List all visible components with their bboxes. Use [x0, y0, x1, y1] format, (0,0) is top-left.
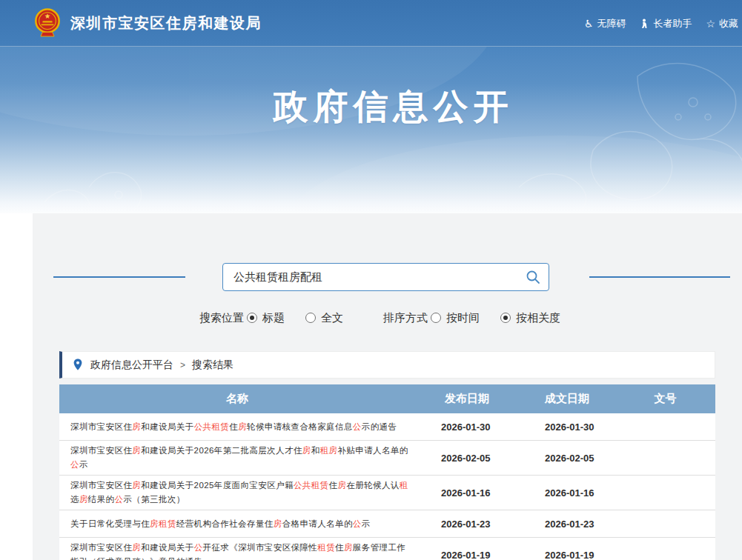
highlighted-keyword: 公 [353, 422, 362, 431]
top-link-label: 长者助手 [653, 17, 692, 30]
highlighted-keyword: 房 [132, 543, 141, 552]
result-title-link[interactable]: 深圳市宝安区住房和建设局关于2025年度面向宝安区户籍公共租赁住房在册轮候人认租… [70, 481, 408, 504]
result-title-link[interactable]: 深圳市宝安区住房和建设局关于公开征求《深圳市宝安区保障性租赁住房服务管理工作指引… [70, 543, 405, 560]
table-row: 关于日常化受理与住房租赁经营机构合作社会存量住房合格申请人名单的公示2026-0… [59, 510, 715, 538]
title-text: 补贴申请人名单的 [337, 446, 408, 455]
accessibility-icon: ♿ [584, 19, 594, 29]
highlighted-keyword: 公共租赁 [294, 481, 329, 490]
page-title: 政府信息公开 [44, 84, 742, 130]
written-date: 2026-01-23 [519, 519, 615, 530]
national-emblem-logo: ★ [33, 7, 62, 39]
left-accent-line [53, 276, 185, 278]
title-text: 示 [362, 519, 371, 528]
title-text: 住 [229, 422, 238, 431]
column-header-doc-number: 文号 [615, 392, 715, 406]
sort-mode-choice: 按相关度 [499, 311, 560, 325]
sort-mode-radio[interactable] [431, 313, 441, 323]
top-bar: ★ 深圳市宝安区住房和建设局 ♿无障碍长者助手☆收藏 [0, 0, 742, 47]
result-title-cell: 关于日常化受理与住房租赁经营机构合作社会存量住房合格申请人名单的公示 [59, 514, 415, 534]
top-link-accessibility[interactable]: ♿无障碍 [584, 17, 626, 30]
result-title-link[interactable]: 深圳市宝安区住房和建设局关于公共租赁住房轮候申请核查合格家庭信息公示的通告 [70, 422, 397, 431]
highlighted-keyword: 房 [132, 422, 141, 431]
sort-mode-radio[interactable] [500, 313, 511, 323]
result-title-link[interactable]: 深圳市宝安区住房和建设局关于2026年第二批高层次人才住房和租房补贴申请人名单的… [70, 446, 408, 469]
highlighted-keyword: 公 [353, 519, 362, 528]
title-text: 深圳市宝安区住 [70, 422, 132, 431]
title-text: 示（第三批次） [123, 495, 185, 504]
agency-title: 深圳市宝安区住房和建设局 [70, 13, 262, 33]
top-link-elder-helper[interactable]: 长者助手 [640, 17, 692, 30]
title-text: 轮候申请核查合格家庭信息 [247, 422, 353, 431]
publish-date: 2026-01-19 [415, 550, 519, 560]
highlighted-keyword: 房 [132, 446, 141, 455]
sort-mode-label: 排序方式 [383, 311, 428, 325]
title-text: 示的通告 [362, 422, 397, 431]
breadcrumb-current: 搜索结果 [192, 359, 233, 372]
search-position-choice: 全文 [304, 311, 343, 325]
svg-text:★: ★ [44, 12, 51, 20]
table-body: 深圳市宝安区住房和建设局关于公共租赁住房轮候申请核查合格家庭信息公示的通告202… [59, 413, 715, 560]
title-text: 深圳市宝安区住 [70, 481, 132, 490]
highlighted-keyword: 公 [70, 460, 79, 469]
highlighted-keyword: 房 [79, 495, 88, 504]
search-button[interactable] [517, 264, 549, 290]
table-row: 深圳市宝安区住房和建设局关于2025年度面向宝安区户籍公共租赁住房在册轮候人认租… [59, 476, 715, 510]
title-text: 关于日常化受理与住 [70, 519, 150, 528]
hero-banner: 政府信息公开 [0, 47, 742, 213]
highlighted-keyword: 房租赁 [150, 519, 176, 528]
highlighted-keyword: 房 [344, 543, 353, 552]
search-options-row: 搜索位置标题全文排序方式按时间按相关度 [18, 309, 742, 327]
result-title-cell: 深圳市宝安区住房和建设局关于2025年度面向宝安区户籍公共租赁住房在册轮候人认租… [59, 476, 415, 510]
breadcrumb-root-link[interactable]: 政府信息公开平台 [90, 359, 173, 372]
table-row: 深圳市宝安区住房和建设局关于公共租赁住房轮候申请核查合格家庭信息公示的通告202… [59, 413, 715, 441]
title-text: 合格申请人名单的 [282, 519, 353, 528]
result-title-cell: 深圳市宝安区住房和建设局关于2026年第二批高层次人才住房和租房补贴申请人名单的… [59, 441, 415, 475]
sort-mode-choice: 按时间 [429, 311, 480, 325]
highlighted-keyword: 租房 [320, 446, 338, 455]
search-position-radio[interactable] [305, 313, 316, 323]
title-text: 选 [70, 495, 79, 504]
search-position-choice-label: 标题 [262, 311, 285, 325]
title-text: 深圳市宝安区住 [70, 446, 132, 455]
publish-date: 2026-01-16 [415, 487, 519, 499]
breadcrumb-separator: > [180, 360, 185, 370]
top-links: ♿无障碍长者助手☆收藏 [584, 0, 738, 47]
search-position-radio[interactable] [247, 313, 257, 323]
title-text: 和建设局关于 [141, 422, 193, 431]
column-header-publish-date: 发布日期 [415, 392, 519, 406]
highlighted-keyword: 公 [115, 495, 124, 504]
sort-mode-choice-label: 按相关度 [516, 311, 560, 325]
title-text: 住 [335, 543, 344, 552]
right-accent-line [589, 276, 730, 278]
publish-date: 2026-01-23 [415, 519, 519, 530]
title-text: 住 [329, 481, 338, 490]
highlighted-keyword: 公 [194, 543, 203, 552]
star-icon: ☆ [706, 19, 715, 29]
search-input[interactable] [223, 264, 517, 290]
table-row: 深圳市宝安区住房和建设局关于2026年第二批高层次人才住房和租房补贴申请人名单的… [59, 441, 715, 476]
written-date: 2026-02-05 [519, 453, 615, 464]
highlighted-keyword: 房 [238, 422, 247, 431]
top-link-label: 收藏 [719, 17, 738, 30]
column-header-written-date: 成文日期 [519, 392, 615, 406]
title-text: 开征求《深圳市宝安区保障性 [203, 543, 318, 552]
magnifier-icon [526, 270, 540, 284]
sort-mode-choice-label: 按时间 [446, 311, 480, 325]
top-link-label: 无障碍 [597, 17, 626, 30]
result-title-cell: 深圳市宝安区住房和建设局关于公开征求《深圳市宝安区保障性租赁住房服务管理工作指引… [59, 538, 415, 560]
result-title-link[interactable]: 关于日常化受理与住房租赁经营机构合作社会存量住房合格申请人名单的公示 [70, 519, 371, 528]
page: 政府信息公开 ★ 深圳市宝安区住房和建设局 ♿无障碍长者助手☆收藏 搜索位置标题… [0, 0, 742, 560]
written-date: 2026-01-19 [519, 550, 615, 560]
table-header-row: 名称 发布日期 成文日期 文号 [59, 384, 715, 413]
title-text: 深圳市宝安区住 [70, 543, 132, 552]
highlighted-keyword: 租 [400, 481, 408, 490]
highlighted-keyword: 公共租赁 [194, 422, 230, 431]
highlighted-keyword: 房 [302, 446, 311, 455]
publish-date: 2026-01-30 [415, 421, 519, 433]
title-text: 和建设局关于2025年度面向宝安区户籍 [141, 481, 294, 490]
written-date: 2026-01-30 [519, 421, 615, 433]
top-link-favorite[interactable]: ☆收藏 [706, 17, 738, 30]
search-position-choice: 标题 [245, 311, 285, 325]
breadcrumb: 政府信息公开平台 > 搜索结果 [59, 351, 715, 379]
search-position-choice-label: 全文 [321, 311, 343, 325]
